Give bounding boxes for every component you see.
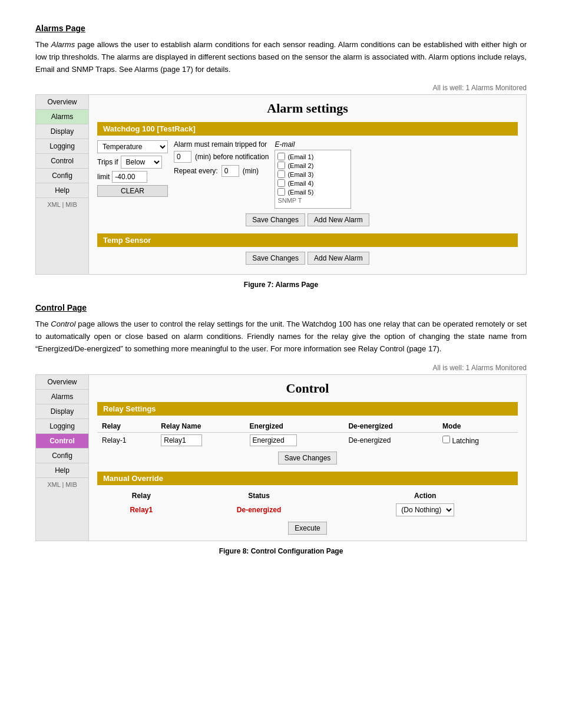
clear-button[interactable]: CLEAR <box>97 185 168 197</box>
manual-override-row: Relay1 De-energized (Do Nothing) <box>97 502 518 518</box>
sensor-form-group: Temperature Trips if Below Above limit C… <box>97 140 168 197</box>
email5-label: (Email 5) <box>287 189 313 196</box>
sensor-select[interactable]: Temperature <box>97 140 168 153</box>
control-sidebar-logging[interactable]: Logging <box>36 419 88 434</box>
energized-col-header: Energized <box>245 420 344 433</box>
alarms-figure-caption: Figure 7: Alarms Page <box>35 281 527 289</box>
control-ui-container: Overview Alarms Display Logging Control … <box>35 374 527 541</box>
limit-label: limit <box>97 173 110 181</box>
snmp-label: SNMP T <box>277 197 348 204</box>
manual-action-col: Action <box>332 490 518 502</box>
control-description: The Control page allows the user to cont… <box>35 318 527 355</box>
alarm-middle-section: Alarm must remain tripped for (min) befo… <box>174 140 269 177</box>
limit-input[interactable] <box>112 171 147 183</box>
email3-label: (Email 3) <box>287 171 313 178</box>
email2-checkbox[interactable] <box>277 162 285 169</box>
control-sidebar-xml-mib[interactable]: XML | MIB <box>36 478 88 491</box>
alarms-sidebar: Overview Alarms Display Logging Control … <box>36 95 89 274</box>
de-energized-cell: De-energized <box>343 432 438 448</box>
manual-override-header: Manual Override <box>97 472 518 485</box>
sidebar-item-control[interactable]: Control <box>36 154 88 169</box>
email4-item: (Email 4) <box>277 179 348 187</box>
sidebar-item-help[interactable]: Help <box>36 183 88 198</box>
watchdog-add-button[interactable]: Add New Alarm <box>308 213 369 226</box>
email2-item: (Email 2) <box>277 162 348 169</box>
control-sidebar-config[interactable]: Config <box>36 449 88 463</box>
alarm-min-input[interactable] <box>174 151 191 163</box>
relay-col-header: Relay <box>97 420 156 433</box>
execute-button[interactable]: Execute <box>288 522 326 535</box>
email4-checkbox[interactable] <box>277 179 285 187</box>
alarms-page-title: Alarm settings <box>97 101 518 116</box>
watchdog-action-buttons: Save Changes Add New Alarm <box>97 213 518 226</box>
de-energized-col-header: De-energized <box>343 420 438 433</box>
email1-item: (Email 1) <box>277 153 348 160</box>
repeat-label: Repeat every: <box>174 167 218 175</box>
manual-status-cell: De-energized <box>186 502 333 518</box>
relay-name-col-header: Relay Name <box>156 420 244 433</box>
alarm-remain-label: Alarm must remain tripped for <box>174 140 267 149</box>
temp-add-button[interactable]: Add New Alarm <box>308 252 369 265</box>
repeat-input[interactable] <box>222 165 239 177</box>
email5-checkbox[interactable] <box>277 188 285 196</box>
alarms-all-is-well: All is well: 1 Alarms Monitored <box>35 84 527 92</box>
repeat-min-label: (min) <box>243 167 259 175</box>
sidebar-xml-mib[interactable]: XML | MIB <box>36 198 88 211</box>
relay-name-input[interactable] <box>161 434 202 446</box>
relay-row: Relay-1 De-energized Latching <box>97 432 518 448</box>
temp-sensor-section: Temp Sensor Save Changes Add New Alarm <box>97 233 518 265</box>
control-page-title: Control <box>97 381 518 396</box>
manual-status-col: Status <box>186 490 333 502</box>
email4-label: (Email 4) <box>287 180 313 187</box>
temp-save-button[interactable]: Save Changes <box>246 252 305 265</box>
control-sidebar-display[interactable]: Display <box>36 404 88 419</box>
sidebar-item-display[interactable]: Display <box>36 124 88 139</box>
watchdog-section: Watchdog 100 [TestRack] Temperature Trip… <box>97 122 518 226</box>
control-sidebar-control[interactable]: Control <box>36 434 88 449</box>
control-section-title: Control Page <box>35 303 527 312</box>
alarms-ui-container: Overview Alarms Display Logging Control … <box>35 94 527 275</box>
trips-select[interactable]: Below Above <box>121 156 162 169</box>
mode-cell: Latching <box>438 432 518 448</box>
relay-settings-table: Relay Relay Name Energized De-energized … <box>97 420 518 448</box>
temp-sensor-header: Temp Sensor <box>97 233 518 247</box>
manual-override-container: Manual Override Relay Status Action Rela… <box>97 472 518 535</box>
relay-settings-header: Relay Settings <box>97 402 518 416</box>
email5-item: (Email 5) <box>277 188 348 196</box>
control-sidebar: Overview Alarms Display Logging Control … <box>36 375 89 541</box>
control-sidebar-overview[interactable]: Overview <box>36 375 88 390</box>
control-sidebar-help[interactable]: Help <box>36 463 88 478</box>
sidebar-item-alarms[interactable]: Alarms <box>36 110 88 124</box>
manual-action-cell: (Do Nothing) <box>332 502 518 518</box>
sidebar-item-logging[interactable]: Logging <box>36 139 88 154</box>
manual-relay-col: Relay <box>97 490 186 502</box>
watchdog-header: Watchdog 100 [TestRack] <box>97 122 518 136</box>
email1-checkbox[interactable] <box>277 153 285 160</box>
email-header-label: E-mail <box>275 140 351 149</box>
alarms-main-content: Alarm settings Watchdog 100 [TestRack] T… <box>89 95 526 274</box>
action-select[interactable]: (Do Nothing) <box>396 503 454 516</box>
alarms-section-title: Alarms Page <box>35 24 527 33</box>
sidebar-item-config[interactable]: Config <box>36 169 88 183</box>
relay-name-cell <box>156 432 244 448</box>
sidebar-item-overview[interactable]: Overview <box>36 95 88 110</box>
mode-col-header: Mode <box>438 420 518 433</box>
watchdog-save-button[interactable]: Save Changes <box>246 213 305 226</box>
email3-checkbox[interactable] <box>277 170 285 178</box>
email2-label: (Email 2) <box>287 162 313 169</box>
control-main-content: Control Relay Settings Relay Relay Name … <box>89 375 526 541</box>
alarm-form-row: Temperature Trips if Below Above limit C… <box>97 140 518 209</box>
control-all-is-well: All is well: 1 Alarms Monitored <box>35 364 527 372</box>
email-container: E-mail (Email 1) (Email 2) (Email 3) <box>275 140 351 209</box>
min-before-label: (min) before notification <box>195 153 269 161</box>
energized-cell <box>245 432 344 448</box>
control-figure-caption: Figure 8: Control Configuration Page <box>35 547 527 555</box>
control-sidebar-alarms[interactable]: Alarms <box>36 390 88 404</box>
manual-override-table: Relay Status Action Relay1 De-energized … <box>97 490 518 518</box>
relay-save-button[interactable]: Save Changes <box>278 452 338 465</box>
latching-checkbox[interactable] <box>442 436 450 443</box>
relay-save-buttons: Save Changes <box>97 452 518 465</box>
alarms-description: The Alarms page allows the user to estab… <box>35 39 527 75</box>
energized-input[interactable] <box>250 434 297 446</box>
relay-cell: Relay-1 <box>97 432 156 448</box>
